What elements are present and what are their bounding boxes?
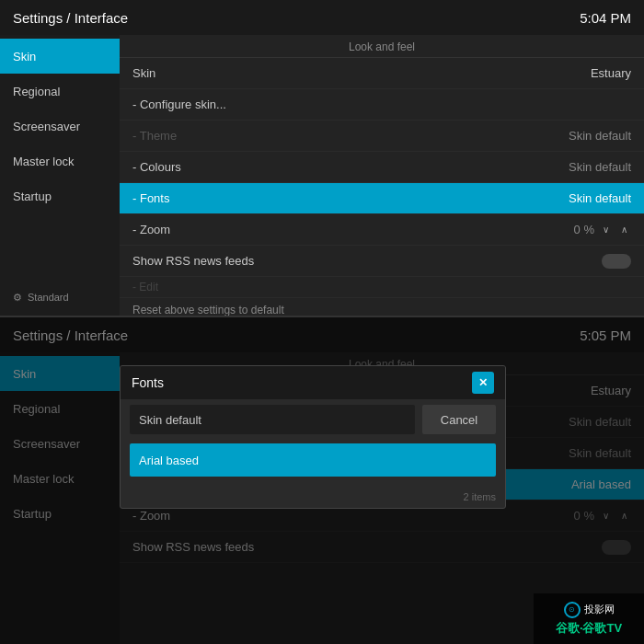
row-colours[interactable]: - Colours Skin default <box>120 152 644 183</box>
skin-default-option[interactable]: Skin default <box>130 405 415 434</box>
row-skin-value: Estuary <box>591 66 631 80</box>
row-configure-skin[interactable]: - Configure skin... <box>120 89 644 121</box>
top-sidebar: Skin Regional Screensaver Master lock St… <box>0 35 120 316</box>
row-theme-label: - Theme <box>132 129 569 143</box>
rss-toggle[interactable] <box>602 254 631 269</box>
row-colours-value: Skin default <box>569 160 631 174</box>
skin-default-label: Skin default <box>139 413 201 427</box>
sidebar-bottom-label: Standard <box>28 292 69 303</box>
row-reset[interactable]: Reset above settings to default <box>120 298 644 316</box>
top-panel-body: Skin Regional Screensaver Master lock St… <box>0 35 644 316</box>
dialog-title: Fonts <box>132 375 164 390</box>
bottom-panel: Settings / Interface 5:05 PM Skin Region… <box>0 317 644 644</box>
watermark-line2: 谷歌·谷歌TV <box>556 620 622 637</box>
dialog-header: Fonts ✕ <box>121 366 505 399</box>
row-configure-label: - Configure skin... <box>132 98 631 111</box>
row-fonts-label: - Fonts <box>132 191 569 205</box>
fonts-dialog: Fonts ✕ Skin default Cancel Arial based … <box>120 365 506 509</box>
arial-based-option[interactable]: Arial based <box>130 443 496 477</box>
row-edit: - Edit <box>120 277 644 298</box>
row-rss-label: Show RSS news feeds <box>132 254 602 268</box>
zoom-up-btn[interactable]: ∧ <box>616 223 631 237</box>
cancel-label: Cancel <box>441 413 477 427</box>
row-zoom[interactable]: - Zoom 0 % ∨ ∧ <box>120 214 644 246</box>
close-icon: ✕ <box>478 376 488 389</box>
row-fonts[interactable]: - Fonts Skin default <box>120 183 644 214</box>
top-panel-header: Settings / Interface 5:04 PM <box>0 0 644 35</box>
zoom-down-btn[interactable]: ∨ <box>598 223 613 237</box>
sidebar-item-startup-top[interactable]: Startup <box>0 178 120 213</box>
row-theme-value: Skin default <box>569 129 631 143</box>
cancel-button[interactable]: Cancel <box>422 405 496 434</box>
row-zoom-label: - Zoom <box>132 223 574 236</box>
dialog-list: Arial based <box>121 440 505 486</box>
sidebar-bottom-top: ⚙ Standard <box>0 284 120 310</box>
watermark-site1: 投影网 <box>584 603 615 616</box>
dialog-count: 2 items <box>121 486 505 508</box>
zoom-controls: 0 % ∨ ∧ <box>574 223 631 237</box>
row-colours-label: - Colours <box>132 160 569 174</box>
row-edit-label: - Edit <box>132 281 158 293</box>
top-panel-title: Settings / Interface <box>13 10 128 26</box>
watermark-circle-icon: ⊙ <box>564 602 581 618</box>
top-panel-time: 5:04 PM <box>580 10 631 26</box>
arial-based-label: Arial based <box>139 454 199 467</box>
row-fonts-value: Skin default <box>569 191 631 205</box>
sidebar-item-screensaver-top[interactable]: Screensaver <box>0 109 120 144</box>
row-rss[interactable]: Show RSS news feeds <box>120 246 644 277</box>
row-zoom-value: 0 % <box>574 223 594 236</box>
watermark-line1: ⊙ 投影网 <box>564 602 615 618</box>
row-skin[interactable]: Skin Estuary <box>120 58 644 89</box>
row-skin-label: Skin <box>132 66 591 80</box>
row-reset-label: Reset above settings to default <box>132 304 284 316</box>
gear-icon: ⚙ <box>13 292 22 304</box>
dialog-options-row: Skin default Cancel <box>121 399 505 440</box>
row-theme: - Theme Skin default <box>120 121 644 152</box>
sidebar-item-skin-top[interactable]: Skin <box>0 39 120 74</box>
top-main-content: Look and feel Skin Estuary - Configure s… <box>120 35 644 316</box>
sidebar-item-regional-top[interactable]: Regional <box>0 74 120 109</box>
top-panel: Settings / Interface 5:04 PM Skin Region… <box>0 0 644 317</box>
watermark: ⊙ 投影网 谷歌·谷歌TV <box>534 593 644 644</box>
dialog-close-button[interactable]: ✕ <box>472 372 494 394</box>
sidebar-item-masterlock-top[interactable]: Master lock <box>0 144 120 178</box>
top-section-header: Look and feel <box>120 35 644 58</box>
